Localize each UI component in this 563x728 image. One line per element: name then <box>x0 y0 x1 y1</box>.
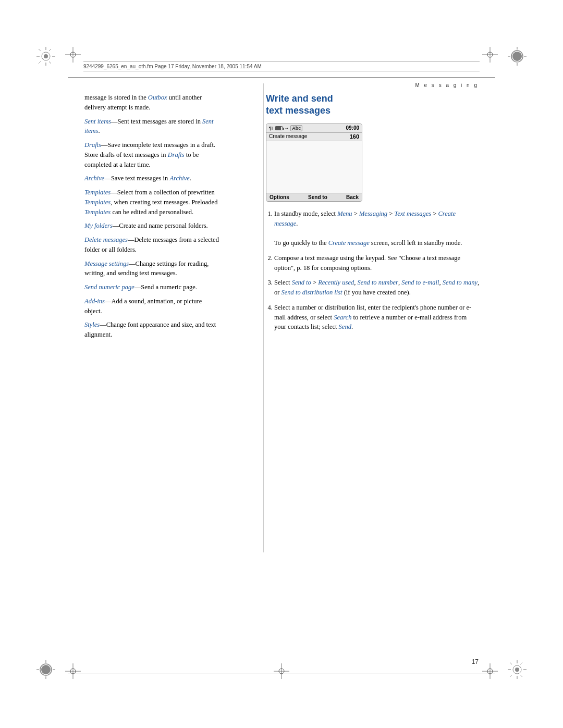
svg-line-46 <box>520 675 522 677</box>
link-send-to-many[interactable]: Send to many <box>443 279 478 286</box>
link-send-final[interactable]: Send <box>339 323 351 330</box>
sun-icon-topleft <box>36 47 55 66</box>
link-menu[interactable]: Menu <box>337 210 352 217</box>
phone-arrow-icon: → <box>284 126 289 131</box>
sun-icon-bottomright <box>508 660 527 679</box>
svg-line-15 <box>49 61 51 64</box>
sun-icon-bottomleft <box>36 660 55 679</box>
crosshair-topleft-icon <box>65 47 81 63</box>
link-sent-items-label[interactable]: Sent items <box>84 118 111 125</box>
para-add-ins: Add-ins—Add a sound, animation, or pictu… <box>84 297 220 316</box>
svg-point-7 <box>44 54 48 58</box>
link-delete-messages[interactable]: Delete messages <box>84 236 128 243</box>
svg-point-38 <box>515 668 519 672</box>
para-delete-messages: Delete messages—Delete messages from a s… <box>84 235 220 255</box>
file-header-text: 9244299_6265_en_au_oth.fm Page 17 Friday… <box>83 64 262 69</box>
svg-line-12 <box>39 49 41 51</box>
sun-topleft <box>36 47 55 68</box>
link-add-ins[interactable]: Add-ins <box>84 298 105 305</box>
link-outbox[interactable]: Outbox <box>148 94 167 101</box>
link-drafts-ref[interactable]: Drafts <box>168 151 185 158</box>
phone-time: 09:00 <box>346 125 359 131</box>
sun-bottomleft <box>36 660 55 681</box>
para-templates: Templates—Select from a collection of pr… <box>84 188 220 217</box>
crosshair-bottomcenter-icon <box>274 663 289 679</box>
phone-mockup: ¶I → Abc 09:00 Create message 160 Option… <box>266 124 362 202</box>
para-drafts: Drafts—Save incomplete text messages in … <box>84 140 220 169</box>
link-create-message-sub[interactable]: Create message <box>328 239 370 246</box>
crosshair-bottomleft-icon <box>65 663 81 679</box>
para-message-settings: Message settings—Change settings for rea… <box>84 259 220 279</box>
steps-list: In standby mode, select Menu > Messaging… <box>266 209 480 332</box>
para-my-folders: My folders—Create and name personal fold… <box>84 221 220 231</box>
crosshair-topright-icon <box>482 47 498 63</box>
svg-line-44 <box>520 662 522 664</box>
para-archive: Archive—Save text messages in Archive. <box>84 174 220 183</box>
phone-message-area <box>266 141 362 193</box>
step-4: Select a number or distribution list, en… <box>274 303 480 332</box>
para-styles: Styles—Change font appearance and size, … <box>84 320 220 340</box>
page: 9244299_6265_en_au_oth.fm Page 17 Friday… <box>0 0 563 728</box>
phone-signal-icon: ¶I <box>269 126 273 131</box>
step-3: Select Send to > Recently used, Send to … <box>274 278 480 298</box>
section-header: M e s s a g i n g <box>415 82 479 88</box>
section-title: Write and send text messages <box>266 93 480 117</box>
link-templates-ref1[interactable]: Templates <box>84 199 111 206</box>
column-divider <box>263 83 264 552</box>
crosshair-bottomright-icon <box>482 663 498 679</box>
link-my-folders[interactable]: My folders <box>84 222 113 229</box>
phone-softkey-center: Send to <box>308 194 327 200</box>
section-title-line2: text messages <box>266 105 331 116</box>
link-send-to-number[interactable]: Send to number <box>357 279 398 286</box>
phone-status-bar: ¶I → Abc 09:00 <box>266 124 362 133</box>
left-column: message is stored in the Outbox until an… <box>84 93 220 344</box>
phone-create-message-label: Create message <box>269 133 307 139</box>
link-archive-ref[interactable]: Archive <box>169 175 189 182</box>
link-messaging[interactable]: Messaging <box>359 210 387 217</box>
phone-char-count: 160 <box>350 133 359 140</box>
crosshair-bottomright <box>482 663 498 681</box>
link-archive-label[interactable]: Archive <box>84 175 104 182</box>
link-send-numeric[interactable]: Send numeric page <box>84 283 134 291</box>
phone-abc-icon: Abc <box>290 125 302 131</box>
link-send-to-email[interactable]: Send to e-mail <box>401 279 439 286</box>
svg-line-45 <box>510 675 512 677</box>
sun-icon-topright <box>508 47 527 66</box>
decor-topleft <box>65 47 81 65</box>
crosshair-bottomcenter <box>274 663 289 681</box>
svg-line-14 <box>39 61 41 64</box>
sun-topright <box>508 47 527 68</box>
link-styles[interactable]: Styles <box>84 321 100 328</box>
phone-status-left: ¶I → Abc <box>269 125 302 131</box>
para-sent-items: Sent items—Sent text messages are stored… <box>84 117 220 137</box>
link-templates-ref2[interactable]: Templates <box>84 208 111 216</box>
step-2: Compose a text message using the keypad.… <box>274 253 480 273</box>
phone-softkey-left: Options <box>270 194 289 200</box>
right-column: Write and send text messages ¶I → Abc 09… <box>266 93 480 337</box>
page-number: 17 <box>472 658 479 665</box>
link-text-messages[interactable]: Text messages <box>394 210 431 217</box>
section-title-line1: Write and send <box>266 93 333 104</box>
phone-battery-icon <box>275 126 283 130</box>
link-templates-label[interactable]: Templates <box>84 189 111 196</box>
sun-bottomright <box>508 660 527 681</box>
header-rule <box>68 77 495 78</box>
link-send-to[interactable]: Send to <box>292 279 311 286</box>
decor-topright <box>482 47 498 65</box>
link-search[interactable]: Search <box>334 314 351 321</box>
step-1: In standby mode, select Menu > Messaging… <box>274 209 480 248</box>
phone-softkey-right: Back <box>346 194 359 200</box>
para-outbox: message is stored in the Outbox until an… <box>84 93 220 113</box>
link-drafts-label[interactable]: Drafts <box>84 141 101 149</box>
file-header: 9244299_6265_en_au_oth.fm Page 17 Friday… <box>83 61 480 71</box>
svg-point-16 <box>512 52 522 61</box>
svg-line-13 <box>49 49 51 51</box>
para-send-numeric: Send numeric page—Send a numeric page. <box>84 282 220 292</box>
link-send-to-distribution[interactable]: Send to distribution list <box>282 289 342 296</box>
crosshair-bottomleft <box>65 663 81 681</box>
phone-softkey-bar: Options Send to Back <box>266 193 362 201</box>
link-message-settings[interactable]: Message settings <box>84 260 129 267</box>
svg-line-43 <box>510 662 512 664</box>
link-recently-used[interactable]: Recently used <box>318 279 354 286</box>
phone-title-bar: Create message 160 <box>266 133 362 141</box>
